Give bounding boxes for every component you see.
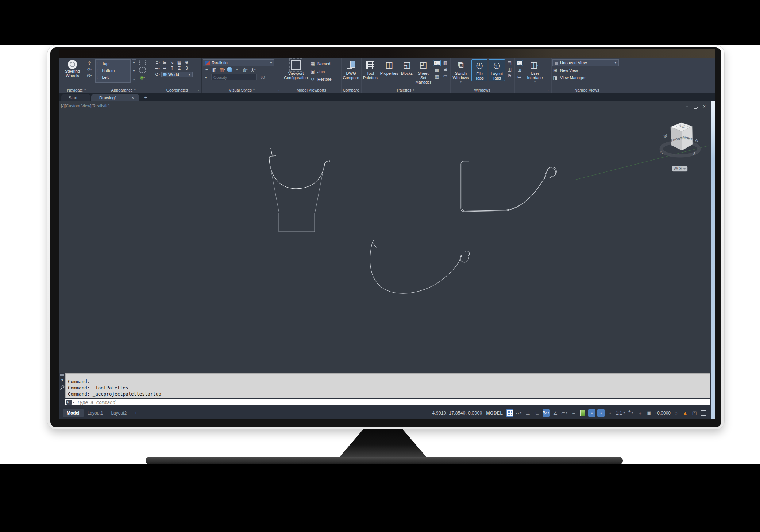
- viewport-max-icon[interactable]: [139, 60, 146, 65]
- shadows-icon[interactable]: ◧: [211, 67, 218, 72]
- command-panel-grip[interactable]: ✕: [59, 373, 65, 407]
- ucs-world-icon[interactable]: ⊕: [183, 59, 190, 65]
- materials-icon[interactable]: ▦▾: [219, 67, 226, 72]
- transparency-toggle[interactable]: [579, 409, 586, 417]
- viewport-join-button[interactable]: ▣ Join: [310, 68, 325, 74]
- no-shadows-icon[interactable]: ▾: [234, 67, 240, 72]
- panel-navigate-label[interactable]: Navigate▾: [59, 87, 94, 93]
- tab-drawing1[interactable]: Drawing1 ×: [91, 94, 139, 101]
- viewport-restore-button[interactable]: ↺ Restore: [310, 76, 332, 82]
- file-tabs-toggle[interactable]: ◴ File Tabs: [471, 59, 488, 81]
- view-list-item-top[interactable]: ▢ Top: [96, 60, 130, 67]
- viewport-controls-label[interactable]: [-][Custom View][Realistic]: [61, 104, 110, 108]
- tab-model[interactable]: Model: [63, 409, 84, 417]
- properties-button[interactable]: ◫ Properties: [379, 59, 399, 76]
- close-tab-icon[interactable]: ×: [132, 95, 134, 100]
- customize-wrench-icon[interactable]: [60, 385, 65, 390]
- tab-layout1[interactable]: Layout1: [84, 409, 107, 417]
- scroll-up-icon[interactable]: ▲: [133, 61, 135, 63]
- cascade-icon[interactable]: ⧉: [506, 73, 513, 78]
- pan-icon[interactable]: ✣: [86, 60, 93, 66]
- lighting-icon[interactable]: [227, 67, 232, 72]
- view-list-item-left[interactable]: ▢ Left: [96, 74, 130, 81]
- layer-state-icon[interactable]: ◉▾: [139, 74, 146, 80]
- minimize-icon[interactable]: −: [686, 104, 688, 109]
- isolate-objects-button[interactable]: ◌: [672, 409, 680, 417]
- tab-start[interactable]: Start: [61, 94, 90, 101]
- panel-expander-icon[interactable]: ⌐: [198, 88, 200, 92]
- user-interface-button[interactable]: ◫⌐ User Interface▾: [524, 59, 545, 85]
- grid-toggle[interactable]: [506, 409, 513, 417]
- scroll-grip-icon[interactable]: ≡: [133, 78, 135, 81]
- sheet-set-manager-button[interactable]: ◰ Sheet Set Manager: [414, 59, 432, 85]
- gutter-profile-ogee[interactable]: [461, 161, 556, 212]
- orbit-icon[interactable]: ↻▾: [86, 66, 93, 72]
- scroll-down-icon[interactable]: ▼: [133, 70, 135, 72]
- zoom-extents-icon[interactable]: ⊙▾: [86, 73, 93, 78]
- ucs-zaxis-icon[interactable]: ↧: [169, 65, 175, 71]
- annotation-scale-button[interactable]: 1:1▼: [616, 409, 625, 417]
- reference-icon[interactable]: ▭: [442, 73, 449, 78]
- blocks-button[interactable]: ◱ Blocks: [400, 59, 413, 76]
- view-manager-button[interactable]: ◨ View Manager: [552, 74, 586, 81]
- ucs-move-icon[interactable]: ↘: [169, 59, 175, 65]
- switch-windows-button[interactable]: ⧉ Switch Windows▾: [451, 59, 470, 85]
- object-snap-3d-toggle[interactable]: ⋆: [597, 409, 605, 417]
- viewport-configuration-button[interactable]: Viewport Configuration: [283, 59, 309, 80]
- ucs-previous-icon[interactable]: ↤▾: [154, 65, 161, 71]
- ucs-view-icon[interactable]: ▦: [176, 59, 183, 65]
- snap-toggle[interactable]: ∷▼: [515, 409, 522, 417]
- model-space-indicator[interactable]: MODEL: [486, 410, 503, 416]
- markup-import-icon[interactable]: ▤: [433, 67, 440, 73]
- drawer-icon[interactable]: ▭: [516, 74, 523, 79]
- lineweight-toggle[interactable]: ≡: [570, 409, 577, 417]
- ucs-restore-icon[interactable]: ↩: [161, 65, 168, 71]
- gutter-profile-halfround[interactable]: [370, 240, 469, 293]
- close-icon[interactable]: ×: [703, 104, 706, 109]
- panel-appearance-label[interactable]: Appearance▾: [94, 87, 153, 93]
- panel-expander-icon[interactable]: ⌐: [279, 88, 281, 92]
- visual-style-dropdown[interactable]: Realistic ▼: [203, 59, 274, 66]
- annotation-tools-gear[interactable]: *▼: [627, 409, 634, 417]
- vertical-scrollbar[interactable]: [711, 101, 715, 419]
- layout-tabs-toggle[interactable]: ◵ Layout Tabs: [489, 59, 505, 81]
- drag-grip-icon[interactable]: [60, 374, 64, 376]
- dwg-compare-button[interactable]: DWG Compare: [342, 59, 360, 80]
- tool-palettes-button[interactable]: Tool Palettes: [362, 59, 378, 80]
- designcenter-icon[interactable]: ▩: [442, 60, 449, 65]
- ucs-origin-icon[interactable]: ↺▾: [154, 72, 161, 77]
- graphics-performance-button[interactable]: ▲: [682, 409, 689, 417]
- new-layout-button[interactable]: +: [131, 409, 141, 417]
- viewport-restore-icon[interactable]: [139, 67, 146, 73]
- drawing-canvas[interactable]: S E N W FRONT RIGHT TOP: [59, 101, 711, 373]
- ortho-toggle[interactable]: ∟: [533, 409, 541, 417]
- xray-toggle-icon[interactable]: ◐: [203, 74, 210, 80]
- quickcalc-icon[interactable]: ⊞: [516, 67, 523, 73]
- object-snap-toggle[interactable]: ⋆: [588, 409, 595, 417]
- ucs-named-icon[interactable]: ⊞: [161, 59, 168, 65]
- polar-tracking-toggle[interactable]: ↻▼: [543, 409, 550, 417]
- viewcube[interactable]: S E N W FRONT RIGHT TOP: [659, 123, 699, 171]
- tab-layout2[interactable]: Layout2: [107, 409, 131, 417]
- selection-crosshair-button[interactable]: +: [636, 409, 644, 417]
- tile-horizontal-icon[interactable]: ▤: [506, 60, 513, 65]
- view-list-item-bottom[interactable]: ▢ Bottom: [96, 67, 130, 74]
- new-tab-button[interactable]: +: [144, 95, 147, 100]
- text-window-icon[interactable]: >_: [516, 60, 523, 66]
- new-view-button[interactable]: ⊞ New View: [552, 67, 578, 73]
- view-list[interactable]: ▢ Top ▢ Bottom ▢ Left: [95, 59, 131, 83]
- panel-expander-icon[interactable]: ⌐: [548, 88, 550, 92]
- viewport-named-button[interactable]: ▦ Named: [310, 61, 330, 67]
- compass-north[interactable]: N: [695, 138, 699, 143]
- command-line-icon[interactable]: >_: [433, 60, 441, 66]
- opacity-slider[interactable]: Opacity: [211, 74, 257, 80]
- customization-menu-button[interactable]: [700, 409, 707, 417]
- view-list-scrollbar[interactable]: ▲ ▼ ≡: [132, 59, 136, 82]
- command-history[interactable]: Command: Command: _ToolPalettes Command:…: [65, 373, 710, 398]
- infer-constraints-toggle[interactable]: ⊥: [524, 409, 532, 417]
- tile-vertical-icon[interactable]: ◫: [506, 66, 513, 72]
- dynamic-ucs-button[interactable]: ▣: [645, 409, 653, 417]
- named-view-dropdown[interactable]: ▤ Unsaved View ▼: [552, 59, 619, 66]
- panel-coordinates-label[interactable]: Coordinates: [153, 87, 201, 93]
- object-snap-tracking-toggle[interactable]: ▱▼: [561, 409, 568, 417]
